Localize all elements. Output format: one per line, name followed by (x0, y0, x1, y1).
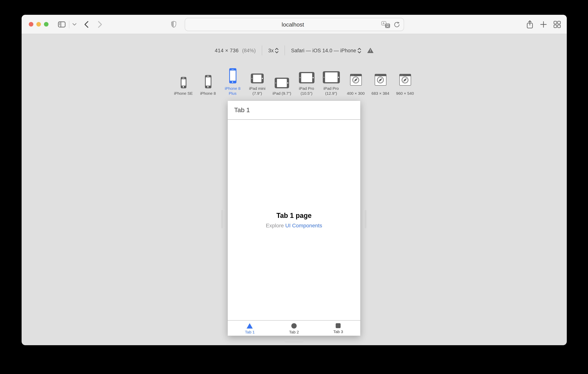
zoom-percentage: (84%) (242, 48, 256, 53)
compass-icon (352, 76, 360, 84)
tab-2[interactable]: Tab 2 (272, 321, 316, 336)
page-subtitle: Explore UI Components (266, 222, 322, 228)
iphone-icon (205, 75, 211, 88)
close-window-button[interactable] (29, 22, 33, 27)
triangle-icon (247, 323, 253, 328)
stepper-icon (275, 48, 279, 53)
navigation-group (58, 15, 102, 34)
new-tab-icon (540, 21, 547, 28)
simulated-viewport: Tab 1 Tab 1 page Explore UI Components T… (228, 101, 360, 336)
preset-400x300[interactable]: 400 × 300 (344, 68, 367, 96)
ipad-icon (299, 72, 314, 83)
browser-window-icon (399, 74, 411, 85)
traffic-lights (29, 22, 49, 27)
resize-handle-right[interactable] (365, 210, 366, 228)
browser-toolbar: localhost A (21, 15, 567, 34)
privacy-report-button[interactable] (171, 21, 177, 28)
device-ipad-mini[interactable]: iPad mini (7.9") (246, 66, 269, 96)
zoom-window-button[interactable] (44, 22, 49, 27)
pixel-ratio-value: 3x (268, 48, 274, 53)
back-icon (84, 21, 89, 28)
controls-divider (285, 45, 285, 55)
nav-title: Tab 1 (234, 106, 250, 114)
privacy-shield-icon (171, 21, 177, 28)
device-preset-strip: iPhone SE iPhone 8 iPhone 8 Plus iPad mi… (21, 66, 567, 96)
device-ipad-pro-12[interactable]: iPad Pro (12.9") (320, 66, 343, 96)
share-button[interactable] (526, 20, 534, 29)
warning-button[interactable]: ! (367, 48, 374, 53)
compass-icon (376, 76, 385, 84)
screen: localhost A (0, 0, 588, 374)
subtitle-prefix: Explore (266, 222, 284, 228)
reload-icon (393, 21, 400, 28)
preset-683x384[interactable]: 683 × 384 (369, 68, 392, 96)
viewport-dimensions[interactable]: 414 × 736 (215, 48, 239, 53)
sidebar-options-button[interactable] (72, 23, 76, 26)
url-field[interactable]: localhost A (185, 18, 404, 31)
new-tab-button[interactable] (540, 21, 547, 28)
square-icon (336, 323, 341, 328)
device-iphone-8[interactable]: iPhone 8 (197, 71, 219, 96)
share-icon (526, 20, 534, 29)
app-tab-bar: Tab 1 Tab 2 Tab 3 (228, 320, 360, 336)
responsive-design-canvas: 414 × 736 (84%) 3x Safari — iOS 14.0 — i… (21, 34, 567, 345)
iphone-icon (180, 77, 186, 88)
stepper-icon (358, 48, 361, 53)
page-title: Tab 1 page (276, 212, 311, 220)
ipad-icon (323, 71, 340, 83)
controls-divider (262, 45, 262, 55)
ipad-icon (275, 77, 289, 88)
translate-button[interactable]: A (381, 21, 390, 28)
device-iphone-8-plus[interactable]: iPhone 8 Plus (221, 66, 244, 96)
device-ipad[interactable]: iPad (9.7") (271, 71, 293, 96)
compass-icon (401, 76, 409, 84)
viewport-controls: 414 × 736 (84%) 3x Safari — iOS 14.0 — i… (21, 45, 567, 55)
user-agent-value: Safari — iOS 14.0 — iPhone (291, 48, 356, 53)
device-ipad-pro-10[interactable]: iPad Pro (10.5") (295, 66, 318, 96)
back-button[interactable] (84, 21, 89, 28)
sidebar-toggle-icon (58, 21, 65, 28)
user-agent-select[interactable]: Safari — iOS 14.0 — iPhone (291, 48, 361, 53)
ipad-icon (251, 74, 264, 83)
tab-3[interactable]: Tab 3 (316, 321, 360, 336)
chevron-down-icon (72, 23, 76, 26)
url-field-icons: A (381, 21, 403, 28)
tab-overview-button[interactable] (554, 21, 561, 28)
url-text: localhost (185, 21, 381, 28)
preset-960x540[interactable]: 960 × 540 (394, 68, 416, 96)
reload-button[interactable] (393, 21, 400, 28)
toolbar-right-group (526, 15, 561, 34)
browser-window-icon (375, 74, 386, 85)
resize-handle-bottom[interactable] (284, 340, 304, 342)
forward-button[interactable] (98, 21, 102, 28)
app-nav-bar: Tab 1 (228, 101, 360, 120)
resize-handle-left[interactable] (221, 210, 223, 228)
device-iphone-se[interactable]: iPhone SE (172, 71, 195, 96)
safari-responsive-design-window: localhost A (21, 15, 567, 345)
sidebar-toggle-button[interactable] (58, 21, 65, 28)
pixel-ratio-select[interactable]: 3x (268, 48, 279, 53)
tab-overview-icon (554, 21, 561, 28)
circle-icon (291, 323, 297, 328)
tab-1[interactable]: Tab 1 (228, 321, 272, 336)
iphone-icon-selected (229, 68, 236, 83)
toolbar-divider (69, 21, 69, 28)
minimize-window-button[interactable] (36, 22, 41, 27)
ui-components-link[interactable]: UI Components (285, 222, 322, 228)
browser-window-icon (350, 74, 362, 85)
page-content: Tab 1 page Explore UI Components (228, 120, 360, 320)
forward-icon (98, 21, 102, 28)
translate-icon-secondary (385, 23, 390, 28)
